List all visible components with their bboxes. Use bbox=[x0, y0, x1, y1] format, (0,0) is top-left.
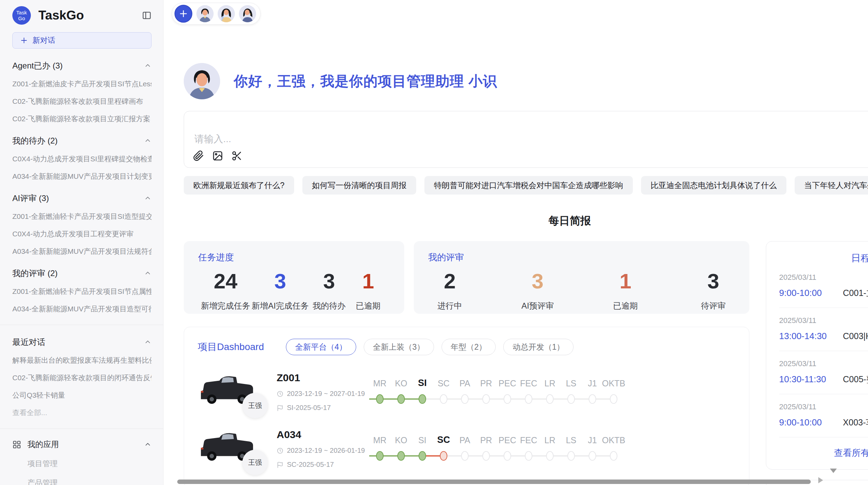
chevron-up-icon[interactable] bbox=[144, 62, 152, 70]
project-owner-badge: 王强 bbox=[242, 393, 268, 418]
chevron-up-icon[interactable] bbox=[144, 195, 152, 202]
stat: 24 新增完成任务 bbox=[201, 269, 250, 311]
chevron-up-icon[interactable] bbox=[144, 338, 152, 346]
view-all-schedule-link[interactable]: 查看所有日程 bbox=[779, 447, 868, 459]
milestone-timeline: MR KO SI SC PA PR PEC FEC LR LS J1 bbox=[369, 434, 735, 463]
sidebar-item[interactable]: A034-全新新能源MUV产品开发项目计划变更表编写 bbox=[12, 172, 152, 181]
sidebar-item[interactable]: C0X4-动力总成开发项目SI里程碑提交物检查 bbox=[12, 154, 152, 164]
horizontal-scrollbar[interactable] bbox=[177, 480, 811, 484]
milestone-label: FEC bbox=[520, 434, 537, 445]
sidebar-item[interactable]: Z001-全新燃油皮卡产品开发项目SI节点Lesson Learn报告 bbox=[12, 79, 152, 89]
attachment-icon[interactable] bbox=[193, 150, 204, 161]
milestone-track bbox=[603, 392, 624, 406]
milestone-track bbox=[390, 392, 412, 406]
chat-input-card[interactable]: 请输入... bbox=[184, 111, 868, 168]
section-header[interactable]: 最近对话 bbox=[12, 337, 152, 348]
milestone-label: LS bbox=[566, 377, 577, 388]
milestone-track bbox=[518, 449, 539, 463]
milestone-track bbox=[497, 449, 518, 463]
schedule-event[interactable]: 2025/03/11 9:00-10:00 X003-车辆动力学性能验... 加… bbox=[779, 394, 868, 437]
project-row[interactable]: 王强 A034 2023-12-19 ~ 2026-01-19 bbox=[198, 428, 735, 469]
chat-input-placeholder[interactable]: 请输入... bbox=[194, 133, 231, 146]
sidebar-header: Task Go TaskGo bbox=[12, 5, 152, 26]
plus-icon bbox=[20, 37, 28, 44]
suggestion-chip[interactable]: 比亚迪全固态电池计划具体说了什么 bbox=[641, 176, 786, 195]
scroll-right-arrow-icon[interactable] bbox=[818, 477, 823, 483]
schedule-event[interactable]: 2025/03/11 13:00-14:30 C003|H0B-方案冻结评审 加… bbox=[779, 308, 868, 351]
new-chat-button[interactable]: 新对话 bbox=[12, 32, 152, 49]
milestone-track bbox=[497, 392, 518, 406]
sidebar-collapse-icon[interactable] bbox=[142, 11, 152, 20]
app-item-project-mgmt[interactable]: 项目管理 bbox=[27, 459, 152, 469]
suggestion-chip[interactable]: 如何写一份清晰的项目周报 bbox=[302, 176, 416, 195]
add-session-button[interactable] bbox=[174, 5, 192, 23]
filter-chip[interactable]: 年型（2） bbox=[442, 339, 496, 355]
milestone-dot bbox=[397, 394, 405, 404]
stat-label: 新增AI完成任务 bbox=[252, 300, 309, 311]
dashboard-filters: 全新平台（4） 全新上装（3） 年型（2） 动总开发（1） bbox=[286, 339, 574, 355]
recent-chat-item[interactable]: 解释最新出台的欧盟报废车法规再生塑料比例被调至15%... bbox=[12, 356, 152, 365]
stat-value: 1 bbox=[619, 269, 631, 294]
section-header[interactable]: AI评审 (3) bbox=[12, 193, 152, 204]
clock-icon bbox=[277, 447, 284, 454]
project-dates: 2023-12-19 ~ 2027-01-19 bbox=[277, 390, 365, 398]
schedule-card: 日程 2025/03/11 9:00-10:00 C001-立项审批会 加入 2… bbox=[766, 241, 868, 470]
project-image: 王强 bbox=[198, 428, 263, 469]
sidebar-item[interactable]: A034-全新新能源MUV产品开发项目造型可行性评审 bbox=[12, 304, 152, 314]
event-time: 13:00-14:30 bbox=[779, 331, 843, 341]
task-progress-card: 任务进度 24 新增完成任务 3 新增AI完成任务 bbox=[184, 241, 404, 314]
image-icon[interactable] bbox=[212, 150, 223, 161]
recent-chat-item[interactable]: C02-飞腾新能源轻客改款项目的闭环通告反馈情况 bbox=[12, 373, 152, 383]
scroll-down-arrow-icon[interactable] bbox=[830, 469, 837, 473]
section-header[interactable]: 我的评审 (2) bbox=[12, 268, 152, 279]
milestone: PEC bbox=[497, 434, 518, 463]
flag-icon bbox=[277, 461, 284, 468]
sidebar-item[interactable]: Z001-全新燃油轻卡产品开发项目SI造型提交物评审 bbox=[12, 212, 152, 221]
milestone-dot bbox=[610, 451, 617, 461]
event-title: X003-车辆动力学性能验... bbox=[843, 417, 868, 428]
sidebar-item-my-apps[interactable]: 我的应用 bbox=[12, 439, 152, 450]
milestone-dot bbox=[525, 451, 532, 461]
scissors-icon[interactable] bbox=[231, 150, 242, 161]
suggestion-chip[interactable]: 欧洲新规最近颁布了什么? bbox=[184, 176, 294, 195]
chevron-up-icon[interactable] bbox=[144, 270, 152, 277]
section-header[interactable]: 我的待办 (2) bbox=[12, 135, 152, 146]
suggestion-chip[interactable]: 特朗普可能对进口汽车增税会对中国车企造成哪些影响 bbox=[424, 176, 633, 195]
avatar[interactable] bbox=[239, 5, 256, 22]
recent-chat-item[interactable]: 公司Q3轻卡销量 bbox=[12, 390, 152, 400]
stat-value: 1 bbox=[362, 269, 374, 294]
app-item-product-mgmt[interactable]: 产品管理 bbox=[27, 478, 152, 485]
section-header[interactable]: Agent已办 (3) bbox=[12, 60, 152, 71]
filter-chip[interactable]: 全新上装（3） bbox=[364, 339, 434, 355]
schedule-event[interactable]: 2025/03/11 9:00-10:00 C001-立项审批会 加入 bbox=[779, 265, 868, 308]
filter-chip[interactable]: 动总开发（1） bbox=[503, 339, 574, 355]
chevron-up-icon[interactable] bbox=[144, 137, 152, 145]
project-image: 王强 bbox=[198, 372, 263, 412]
milestone: PA bbox=[454, 377, 475, 406]
milestone-label: LR bbox=[544, 434, 555, 445]
greeting-text: 你好，王强，我是你的项目管理助理 小识 bbox=[234, 72, 497, 91]
event-title: C005-整车工程目标评审 bbox=[843, 374, 868, 385]
avatar[interactable] bbox=[196, 5, 214, 22]
schedule-event[interactable]: 2025/03/11 10:30-11:30 C005-整车工程目标评审 加入 bbox=[779, 351, 868, 394]
sidebar-section-ai-review: AI评审 (3) Z001-全新燃油轻卡产品开发项目SI造型提交物评审 C0X4… bbox=[12, 193, 152, 256]
suggestion-chip[interactable]: 当下年轻人对汽车外观有怎样的喜好趋势 bbox=[795, 176, 868, 195]
sidebar-item[interactable]: C02-飞腾新能源轻客改款项目立项汇报方案 bbox=[12, 114, 152, 124]
project-row[interactable]: 王强 Z001 2023-12-19 ~ 2027-01-19 bbox=[198, 372, 735, 412]
milestone-dot bbox=[461, 394, 469, 404]
filter-chip[interactable]: 全新平台（4） bbox=[286, 339, 356, 355]
stat: 3 新增AI完成任务 bbox=[252, 269, 309, 311]
chevron-up-icon[interactable] bbox=[144, 441, 152, 448]
milestone-label: PR bbox=[480, 434, 492, 445]
sidebar-item[interactable]: C0X4-动力总成开发项目工程变更评审 bbox=[12, 229, 152, 239]
sidebar-item[interactable]: Z001-全新燃油轻卡产品开发项目SI节点属性5D文件评审 bbox=[12, 287, 152, 296]
app-title: TaskGo bbox=[38, 8, 134, 23]
project-dashboard-card: 项目Dashboard 全新平台（4） 全新上装（3） 年型（2） 动总开发（1… bbox=[184, 327, 749, 485]
milestone: J1 bbox=[582, 434, 603, 463]
sidebar-item[interactable]: A034-全新新能源MUV产品开发项目法规符合性评审 bbox=[12, 247, 152, 256]
sidebar-item[interactable]: C02-飞腾新能源轻客改款项目里程碑画布 bbox=[12, 97, 152, 106]
stat: 1 已逾期 bbox=[349, 269, 387, 311]
event-title: C003|H0B-方案冻结评审 bbox=[843, 331, 868, 342]
recent-view-all-link[interactable]: 查看全部... bbox=[12, 408, 152, 418]
avatar[interactable] bbox=[218, 5, 235, 22]
